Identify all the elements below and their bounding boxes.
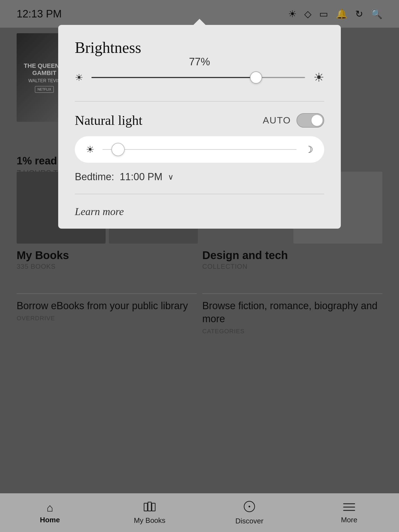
sun-small-icon: ☀ (75, 72, 83, 83)
panel-divider-2 (75, 194, 324, 194)
panel-divider-1 (75, 101, 324, 102)
brightness-percent: 77% (189, 56, 210, 68)
brightness-slider-track[interactable] (91, 77, 305, 78)
bedtime-label: Bedtime: (75, 171, 114, 183)
natural-light-slider-thumb[interactable] (111, 143, 125, 156)
natural-light-label: Natural light (75, 113, 142, 128)
brightness-panel: Brightness 77% ☀ ☀ Natural light AUTO ☀ … (58, 25, 341, 229)
panel-title: Brightness (75, 39, 324, 56)
auto-label: AUTO (263, 115, 291, 126)
panel-arrow (193, 19, 206, 25)
natural-light-row: Natural light AUTO (75, 113, 324, 128)
brightness-slider-fill (91, 77, 256, 78)
sun-warm-icon: ☀ (86, 144, 94, 155)
sun-large-icon: ☀ (313, 70, 324, 84)
brightness-slider-row: ☀ ☀ (75, 70, 324, 84)
bedtime-chevron-icon[interactable]: ∨ (168, 172, 174, 182)
moon-icon: ☽ (305, 144, 313, 155)
brightness-slider-thumb[interactable] (250, 71, 262, 84)
toggle-knob (311, 115, 323, 126)
bedtime-time: 11:00 PM (120, 171, 162, 183)
natural-light-toggle[interactable] (296, 113, 324, 128)
learn-more-link[interactable]: Learn more (75, 205, 324, 218)
bedtime-row: Bedtime: 11:00 PM ∨ (75, 171, 324, 183)
auto-toggle-group: AUTO (263, 113, 324, 128)
natural-light-slider-track[interactable] (103, 149, 296, 150)
natural-light-slider-box: ☀ ☽ (75, 136, 324, 163)
